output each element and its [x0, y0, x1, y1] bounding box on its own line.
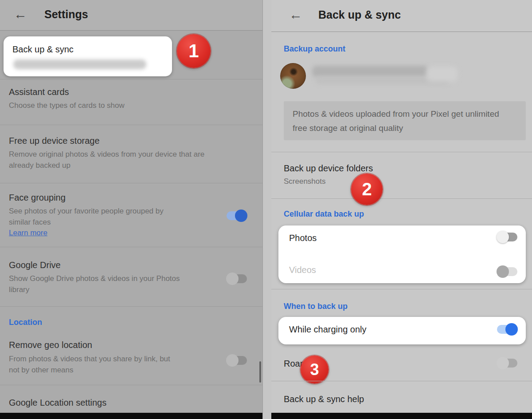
divider [0, 247, 262, 247]
item-title: Remove geo location [9, 340, 217, 350]
item-title: Free up device storage [9, 136, 248, 146]
while-charging-only-toggle[interactable] [497, 323, 518, 336]
face-grouping-toggle[interactable] [226, 210, 247, 222]
item-backup-sync-help[interactable]: Back up & sync help [284, 394, 461, 404]
navigation-bar [0, 413, 262, 419]
divider [271, 289, 532, 289]
step-badge-2: 2 [351, 174, 383, 205]
navigation-bar [271, 413, 532, 419]
google-drive-toggle[interactable] [226, 273, 247, 285]
item-subtitle: From photos & videos that you share by l… [9, 353, 217, 376]
toggle-thumb [235, 210, 247, 222]
account-avatar [280, 63, 306, 89]
toggle-thumb [497, 231, 509, 243]
item-subtitle: Choose the types of cards to show [9, 100, 248, 111]
toggle-thumb [226, 354, 239, 367]
item-subtitle: Screenshots [284, 176, 514, 187]
divider [271, 152, 532, 152]
settings-item-google-drive[interactable]: Google Drive Show Google Drive photos & … [9, 260, 217, 295]
item-title: Google Location settings [9, 398, 248, 408]
photos-cellular-toggle[interactable] [497, 231, 518, 243]
divider [0, 385, 262, 385]
backup-account-section-header: Backup account [284, 44, 345, 54]
backup-sync-item-label: Back up & sync [12, 44, 74, 55]
divider [0, 79, 262, 79]
cellular-toggles-card: Photos Videos [278, 225, 526, 283]
item-title: Face grouping [9, 193, 217, 203]
toggle-thumb [226, 273, 239, 285]
back-arrow-icon[interactable]: ← [289, 8, 302, 21]
item-title: Back up device folders [284, 163, 514, 174]
settings-screen: ← Settings Back up & sync 1 Assistant ca… [0, 0, 263, 419]
roaming-toggle[interactable] [497, 357, 518, 369]
divider [0, 125, 262, 125]
divider [0, 183, 262, 183]
settings-item-free-up-storage[interactable]: Free up device storage Remove original p… [9, 136, 248, 171]
photos-label: Photos [289, 233, 317, 243]
item-backup-device-folders[interactable]: Back up device folders Screenshots [284, 163, 514, 187]
item-title: Back up & sync help [284, 394, 461, 404]
backup-sync-page-title: Back up & sync [318, 8, 401, 21]
learn-more-link[interactable]: Learn more [9, 229, 217, 237]
back-arrow-icon[interactable]: ← [14, 8, 27, 21]
divider [271, 381, 532, 381]
blurred-account-email [426, 67, 458, 82]
while-charging-only-label: While charging only [289, 324, 367, 335]
location-section-header: Location [9, 318, 42, 327]
cellular-data-section-header: Cellular data back up [284, 210, 364, 219]
toggle-thumb [497, 265, 509, 278]
backup-sync-item[interactable]: Back up & sync [4, 36, 172, 76]
settings-item-assistant-cards[interactable]: Assistant cards Choose the types of card… [9, 87, 248, 111]
when-to-backup-section-header: When to back up [284, 302, 348, 311]
pixel-storage-info-text: Photos & videos uploaded from your Pixel… [293, 107, 499, 135]
item-subtitle: See photos of your favorite people group… [9, 206, 217, 228]
backup-sync-tutorial-screenshot: ← Settings Back up & sync 1 Assistant ca… [0, 0, 532, 419]
divider [271, 198, 532, 199]
item-title: Google Drive [9, 260, 217, 270]
toggle-thumb [505, 323, 518, 336]
step-badge-1: 1 [177, 34, 211, 68]
step-badge-3: 3 [301, 356, 329, 383]
settings-appbar: ← Settings [0, 0, 262, 31]
backup-sync-appbar: ← Back up & sync [271, 0, 532, 32]
divider [0, 306, 262, 307]
item-subtitle: Remove original photos & videos from you… [9, 149, 248, 171]
videos-cellular-toggle[interactable] [497, 265, 518, 278]
charging-toggle-card: While charging only [278, 317, 526, 344]
pixel-storage-info-box: Photos & videos uploaded from your Pixel… [284, 101, 526, 140]
settings-item-face-grouping[interactable]: Face grouping See photos of your favorit… [9, 193, 217, 237]
blurred-account-email [13, 59, 146, 69]
videos-label: Videos [289, 265, 316, 275]
toggle-thumb [497, 357, 509, 369]
blurred-account-email [312, 66, 428, 77]
settings-page-title: Settings [44, 8, 88, 21]
item-title: Assistant cards [9, 87, 248, 97]
scrollbar[interactable] [259, 361, 261, 383]
remove-geo-location-toggle[interactable] [226, 354, 247, 367]
item-subtitle: Show Google Drive photos & videos in you… [9, 273, 217, 295]
settings-item-remove-geo-location[interactable]: Remove geo location From photos & videos… [9, 340, 217, 376]
backup-sync-screen: ← Back up & sync Backup account Photos &… [271, 0, 532, 419]
